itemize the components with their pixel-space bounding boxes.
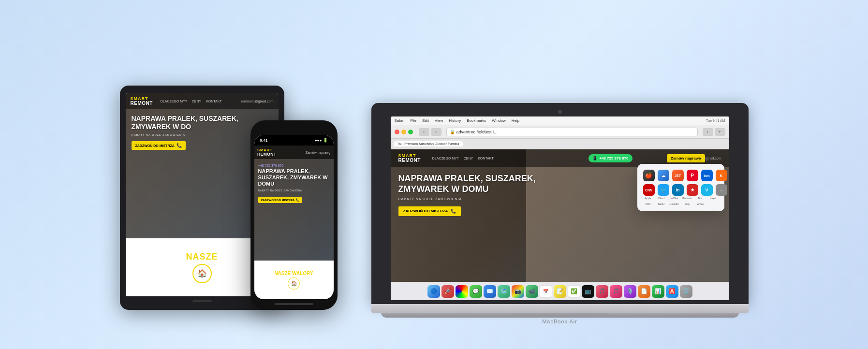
bookmark-yelp[interactable]: ★	[687, 184, 698, 196]
laptop-nav-1[interactable]: DLACZEGO MY?	[432, 157, 459, 160]
bookmark-icloud[interactable]: ☁	[658, 170, 669, 181]
tablet-nasze-icon: 🏠	[192, 264, 212, 283]
laptop-screen: Safari File Edit View History Bookmarks …	[391, 116, 729, 300]
dock-appstore[interactable]: 🅰️	[666, 285, 678, 298]
dock-music[interactable]: 🎵	[596, 285, 608, 298]
dock-safari[interactable]	[456, 285, 468, 298]
phone-nasze-text: NASZE WALORY	[274, 271, 313, 276]
dock-pages[interactable]: 📄	[638, 285, 650, 298]
bookmark-linkedin[interactable]: in	[672, 184, 684, 196]
menu-help[interactable]: Help	[512, 118, 519, 123]
browser-tab[interactable]: Tal | Premium Australian Outdoor Furnitu…	[394, 141, 464, 146]
phone-time: 9:41	[260, 138, 268, 143]
dock-numbers[interactable]: 📊	[652, 285, 664, 298]
tablet-nav-links: DLACZEGO MY? CENY KONTAKT	[161, 100, 222, 103]
tablet-nav: SMART REMONT DLACZEGO MY? CENY KONTAKT r…	[126, 93, 279, 109]
phone-home-indicator	[275, 303, 313, 305]
tablet-email: remmont@gmail.com	[241, 100, 274, 103]
phone-bottom-section: NASZE WALORY 🏠	[254, 261, 334, 299]
bk-label-linkedin: LinkedIn	[669, 203, 679, 205]
dock-mail[interactable]: ✉️	[484, 285, 496, 298]
tablet-nasze-text: NASZE	[186, 252, 218, 262]
phone-brand-remont: REMONT	[257, 152, 276, 157]
dock-notes[interactable]: 📝	[554, 285, 566, 298]
bk-label-box: Box	[695, 197, 706, 200]
bookmark-jet[interactable]: JET	[672, 170, 684, 181]
dock-tv[interactable]: 📺	[582, 285, 594, 298]
bk-label-vimeo: Vimeo	[695, 203, 706, 205]
nav-buttons: ‹ ›	[419, 128, 441, 136]
menu-edit[interactable]: Edit	[422, 118, 429, 123]
phone-zamow-label[interactable]: Zamów naprawę	[306, 151, 331, 154]
tablet-cta-button[interactable]: ZADZWOŃ DO MISTRZA 📞	[132, 141, 186, 150]
whatsapp-icon: 📱	[592, 156, 597, 160]
dock-calendar[interactable]: 📅	[540, 285, 552, 298]
bookmark-box[interactable]: box	[701, 170, 713, 181]
bookmark-vimeo[interactable]: V	[701, 184, 713, 196]
menu-history[interactable]: History	[449, 118, 461, 123]
share-button[interactable]: ↑	[703, 128, 713, 136]
menu-safari[interactable]: Safari	[395, 118, 405, 123]
tablet-nav-link-2[interactable]: CENY	[192, 100, 201, 103]
dock-launchpad[interactable]: 🚀	[441, 285, 454, 298]
laptop-body: Safari File Edit View History Bookmarks …	[371, 103, 749, 324]
laptop-bezel: Safari File Edit View History Bookmarks …	[371, 103, 749, 304]
laptop-cta-button[interactable]: ZADZWOŃ DO MISTRZA 📞	[398, 206, 461, 216]
bookmark-pinterest[interactable]: P	[687, 170, 698, 181]
dock-reminders[interactable]: ✅	[568, 285, 580, 298]
dock-photos[interactable]: 📷	[512, 285, 524, 298]
macbook-label: MacBook Air	[371, 319, 749, 324]
phone-hero-title: NAPRAWA PRALEK, SUSZAREK, ZMYWAREK W DOM…	[258, 168, 330, 188]
macos-dock: 🔵 🚀 💬 ✉️ 🗺️ 📷 📹 📅 📝 ✅ 📺	[391, 282, 729, 300]
bk-label-extra	[708, 203, 719, 205]
tablet-brand: SMART REMONT	[131, 97, 153, 106]
bookmark-cnn[interactable]: CNN	[643, 184, 655, 196]
bookmark-twitter[interactable]: 🐦	[658, 184, 669, 196]
tablet-nav-link-1[interactable]: DLACZEGO MY?	[161, 100, 187, 103]
laptop-hero-title: NAPRAWA PRALEK, SUSZAREK, ZMYWAREK W DOM…	[398, 174, 553, 194]
back-button[interactable]: ‹	[419, 128, 429, 136]
dock-facetime[interactable]: 📹	[526, 285, 538, 298]
phone-number-label: +48 725 376 970	[599, 156, 628, 160]
bookmark-kayak[interactable]: K	[716, 170, 727, 181]
dock-messages[interactable]: 💬	[470, 285, 482, 298]
laptop-camera	[558, 110, 562, 114]
laptop-nav-2[interactable]: CENY	[464, 157, 473, 160]
tablet-home-bar	[192, 300, 212, 302]
phone-statusbar: 9:41 ●●● 🔋	[254, 135, 334, 145]
bk-label-kayak: Kayak	[708, 197, 719, 200]
laptop-brand-remont: REMONT	[398, 158, 421, 163]
phone-number: +48 725 376 970	[258, 164, 330, 167]
phone-cta-button[interactable]: ZADZWOŃ DO MISTRZA 📞	[258, 197, 303, 203]
menu-time: Tue 9:41 AM	[706, 119, 725, 122]
phone-badge: 📱 +48 725 376 970	[588, 154, 632, 162]
menu-file[interactable]: File	[410, 118, 416, 123]
address-bar[interactable]: 🔒 adventrec.fieldtest.i...	[446, 128, 698, 136]
close-button[interactable]	[395, 130, 399, 134]
new-tab-button[interactable]: +	[715, 128, 725, 136]
zamow-button[interactable]: Zamów naprawę	[667, 154, 705, 162]
dock-itunes[interactable]: 🎵	[610, 285, 622, 298]
maximize-button[interactable]	[408, 130, 413, 134]
menu-bookmarks[interactable]: Bookmarks	[467, 118, 486, 123]
dock-finder[interactable]: 🔵	[427, 285, 440, 298]
website-viewport: 🍎 ☁ JET P box K CNN 🐦 in ★	[391, 149, 729, 282]
menu-window[interactable]: Window	[492, 118, 505, 123]
bookmark-apple[interactable]: 🍎	[643, 170, 655, 181]
bk-label-cnn: CNN	[643, 203, 653, 205]
phone-screen: 9:41 ●●● 🔋 SMART REMONT Zamów naprawę	[254, 135, 334, 299]
dock-trash[interactable]: 🗑️	[680, 285, 692, 298]
minimize-button[interactable]	[401, 130, 406, 134]
forward-button[interactable]: ›	[431, 128, 441, 136]
laptop-nav-3[interactable]: KONTAKT	[478, 157, 494, 160]
bk-label-pinterest: Pinterest	[682, 197, 692, 200]
laptop-base	[371, 304, 749, 313]
phone-nav-right: Zamów naprawę	[306, 151, 331, 154]
menu-view[interactable]: View	[435, 118, 443, 123]
dock-podcasts[interactable]: 🎙️	[624, 285, 636, 298]
phone-brand: SMART REMONT	[257, 148, 276, 156]
tablet-nav-link-3[interactable]: KONTAKT	[206, 100, 222, 103]
dock-maps[interactable]: 🗺️	[498, 285, 510, 298]
bookmark-extra[interactable]: ···	[716, 184, 727, 196]
phone-website: SMART REMONT Zamów naprawę +48 725 376 9…	[254, 145, 334, 299]
